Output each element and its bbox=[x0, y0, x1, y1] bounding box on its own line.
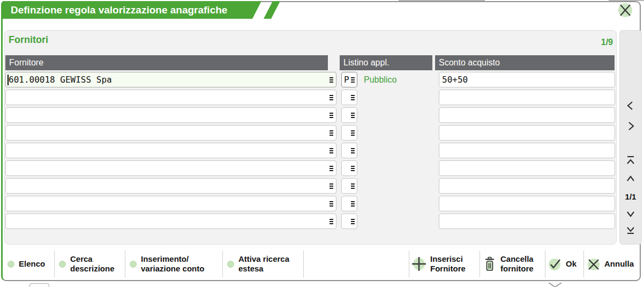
table-row bbox=[0, 107, 644, 123]
menu-icon[interactable] bbox=[330, 77, 333, 83]
nav-first-page-button[interactable] bbox=[625, 154, 636, 166]
menu-icon[interactable] bbox=[351, 183, 355, 189]
nav-right-button[interactable] bbox=[625, 120, 636, 132]
button-label: Attiva ricerca estesa bbox=[238, 254, 289, 273]
cancel-icon bbox=[586, 256, 602, 272]
table-row bbox=[0, 125, 644, 141]
menu-icon[interactable] bbox=[330, 201, 333, 207]
fornitore-field[interactable] bbox=[5, 143, 336, 158]
sconto-field[interactable] bbox=[439, 160, 615, 176]
sconto-field[interactable] bbox=[439, 178, 615, 194]
toolbar-divider bbox=[303, 251, 304, 277]
plus-icon bbox=[410, 255, 428, 273]
fornitore-field[interactable] bbox=[5, 125, 336, 141]
listino-code-field[interactable] bbox=[341, 143, 357, 158]
fornitore-field[interactable]: 601.00018 GEWISS Spa bbox=[5, 72, 336, 87]
check-icon bbox=[547, 256, 563, 272]
sconto-field[interactable] bbox=[439, 143, 615, 158]
menu-icon[interactable] bbox=[330, 219, 333, 224]
menu-icon[interactable] bbox=[330, 113, 333, 118]
nav-left-button[interactable] bbox=[625, 100, 636, 112]
chevron-down-icon bbox=[625, 208, 636, 219]
elenco-button[interactable]: Elenco bbox=[4, 250, 54, 278]
menu-icon[interactable] bbox=[351, 113, 355, 118]
chevron-down-bar-icon bbox=[625, 224, 636, 236]
chevron-up-icon bbox=[625, 172, 636, 184]
listino-desc bbox=[363, 214, 435, 229]
toolbar-divider bbox=[583, 251, 584, 277]
listino-code-field[interactable] bbox=[341, 178, 357, 194]
toolbar-divider bbox=[480, 251, 480, 277]
listino-code-field[interactable]: P bbox=[341, 72, 357, 87]
listino-code-field[interactable] bbox=[341, 125, 357, 141]
button-label: Elenco bbox=[19, 259, 45, 269]
menu-icon[interactable] bbox=[351, 201, 355, 207]
menu-icon[interactable] bbox=[330, 148, 333, 153]
menu-icon[interactable] bbox=[351, 148, 355, 153]
column-header-sconto: Sconto acquisto bbox=[435, 55, 615, 70]
close-button[interactable] bbox=[616, 2, 634, 18]
sconto-field[interactable] bbox=[439, 125, 615, 141]
fornitore-value: 601.00018 GEWISS Spa bbox=[9, 72, 112, 87]
inserimento-variazione-conto-button[interactable]: Inserimento/ variazione conto bbox=[126, 250, 222, 278]
fornitore-field[interactable] bbox=[5, 90, 336, 105]
sconto-field[interactable] bbox=[439, 107, 615, 123]
menu-icon[interactable] bbox=[351, 166, 355, 171]
fornitore-field[interactable] bbox=[5, 178, 336, 194]
background-tab-artifact bbox=[29, 283, 49, 287]
attiva-ricerca-estesa-button[interactable]: Attiva ricerca estesa bbox=[224, 250, 302, 278]
listino-desc bbox=[363, 196, 435, 211]
listino-code-field[interactable] bbox=[341, 196, 357, 211]
button-label: Annulla bbox=[604, 259, 634, 269]
menu-icon[interactable] bbox=[330, 95, 333, 100]
annulla-button[interactable]: Annulla bbox=[586, 250, 641, 278]
inserisci-fornitore-button[interactable]: Inserisci Fornitore bbox=[410, 250, 478, 278]
title-bar: Definzione regola valorizzazione anagraf… bbox=[3, 1, 261, 19]
toolbar-divider bbox=[222, 251, 223, 277]
ok-button[interactable]: Ok bbox=[547, 250, 581, 278]
menu-icon[interactable] bbox=[351, 130, 355, 136]
menu-icon[interactable] bbox=[351, 219, 355, 224]
listino-desc bbox=[363, 107, 435, 123]
listino-code-field[interactable] bbox=[341, 107, 357, 123]
listino-code-field[interactable] bbox=[341, 160, 357, 176]
nav-down-button[interactable] bbox=[625, 208, 636, 219]
nav-last-page-button[interactable] bbox=[625, 224, 636, 236]
bullet-icon bbox=[130, 261, 137, 268]
page-indicator: 1/1 bbox=[619, 192, 642, 201]
table-row bbox=[0, 160, 644, 176]
nav-up-button[interactable] bbox=[625, 172, 636, 184]
menu-icon[interactable] bbox=[330, 183, 333, 189]
fornitore-field[interactable] bbox=[5, 196, 336, 211]
menu-icon[interactable] bbox=[351, 95, 355, 100]
sconto-value: 50+50 bbox=[442, 72, 468, 87]
listino-code-field[interactable] bbox=[341, 90, 357, 105]
table-row bbox=[0, 178, 644, 194]
fornitore-field[interactable] bbox=[5, 160, 336, 176]
table-row bbox=[0, 196, 644, 211]
screen: Definzione regola valorizzazione anagraf… bbox=[0, 0, 644, 287]
sconto-field[interactable]: 50+50 bbox=[439, 72, 615, 87]
sconto-field[interactable] bbox=[439, 90, 615, 105]
background-chevron-artifact bbox=[548, 283, 562, 287]
fornitore-field[interactable] bbox=[5, 214, 336, 229]
listino-code-field[interactable] bbox=[341, 214, 357, 229]
menu-icon[interactable] bbox=[330, 166, 333, 171]
fornitore-field[interactable] bbox=[5, 107, 336, 123]
column-header-listino: Listino appl. bbox=[340, 55, 432, 70]
sconto-field[interactable] bbox=[439, 214, 615, 229]
column-header-fornitore: Fornitore bbox=[5, 55, 328, 70]
button-label: Ok bbox=[566, 259, 576, 269]
listino-desc bbox=[363, 90, 435, 105]
menu-icon[interactable] bbox=[330, 130, 333, 136]
menu-icon[interactable] bbox=[351, 77, 355, 83]
button-label: Inserimento/ variazione conto bbox=[141, 254, 204, 273]
cancella-fornitore-button[interactable]: Cancella fornitore bbox=[482, 250, 544, 278]
listino-desc bbox=[363, 143, 435, 158]
toolbar-divider bbox=[545, 251, 545, 277]
table-row bbox=[0, 214, 644, 229]
sconto-field[interactable] bbox=[439, 196, 615, 211]
window-title: Definzione regola valorizzazione anagraf… bbox=[3, 1, 261, 19]
table-row bbox=[0, 90, 644, 105]
cerca-descrizione-button[interactable]: Cerca descrizione bbox=[56, 250, 124, 278]
